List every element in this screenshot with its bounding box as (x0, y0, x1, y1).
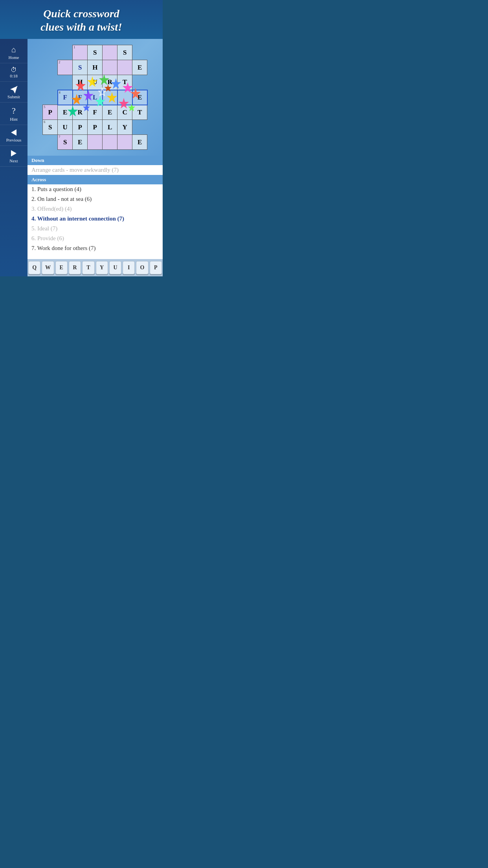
cell-blank (58, 45, 73, 60)
key-u[interactable]: U (109, 261, 121, 274)
key-o[interactable]: O (136, 261, 148, 274)
cell-r7c7[interactable]: E (132, 135, 147, 150)
timer-value: 0:18 (10, 74, 18, 78)
key-i[interactable]: I (123, 261, 135, 274)
cell-r5c1[interactable]: 5P (43, 105, 58, 120)
across-clue-6[interactable]: 6. Provide (6) (28, 234, 163, 243)
app-title: Quick crosswordclues with a twist! (4, 7, 159, 33)
key-r[interactable]: R (69, 261, 81, 274)
cell-r2c5[interactable] (103, 60, 117, 75)
cell-r1c3[interactable]: 1 (73, 45, 88, 60)
cell-r6c5[interactable]: L (103, 120, 117, 135)
cell-r7c2[interactable]: 7S (58, 135, 73, 150)
cell-blank (43, 135, 58, 150)
key-e[interactable]: E (55, 261, 68, 274)
cell-r6c4[interactable]: P (88, 120, 103, 135)
across-clue-4[interactable]: 4. Without an internet connection (7) (28, 214, 163, 224)
app-header: Quick crosswordclues with a twist! (0, 0, 163, 39)
hint-icon: ? (12, 106, 16, 116)
cell-r6c2[interactable]: U (58, 120, 73, 135)
crossword-grid[interactable]: 1 S S 2 S H (42, 45, 148, 150)
cell-r5c7[interactable]: T (132, 105, 147, 120)
cell-r7c3[interactable]: E (73, 135, 88, 150)
cell-r6c1[interactable]: 6S (43, 120, 58, 135)
across-clue-7[interactable]: 7. Work done for others (7) (28, 243, 163, 253)
sidebar-item-home[interactable]: ⌂ Home (0, 42, 28, 63)
cell-blank (43, 75, 58, 90)
previous-label: Previous (6, 138, 22, 142)
cell-r4c7[interactable]: E (132, 90, 147, 105)
svg-marker-1 (11, 150, 17, 156)
cell-r4c4[interactable]: L (88, 90, 103, 105)
svg-marker-0 (11, 129, 17, 136)
submit-icon (9, 85, 18, 94)
cell-blank (132, 120, 147, 135)
cell-r4c6[interactable] (117, 90, 132, 105)
home-label: Home (9, 55, 19, 60)
cell-r7c4[interactable] (88, 135, 103, 150)
right-panel: 1 S S 2 S H (28, 39, 163, 276)
grid-row-1: 1 S S (43, 45, 147, 60)
grid-row-2: 2 S H E (43, 60, 147, 75)
cell-r5c6[interactable]: C (117, 105, 132, 120)
cell-r3c5[interactable]: R (103, 75, 117, 90)
sidebar-item-next[interactable]: Next (0, 146, 28, 167)
cell-blank (43, 60, 58, 75)
grid-row-6: 6S U P P L Y (43, 120, 147, 135)
across-header: Across (28, 175, 163, 184)
key-w[interactable]: W (42, 261, 54, 274)
crossword-area: 1 S S 2 S H (28, 39, 163, 156)
key-p[interactable]: P (150, 261, 162, 274)
cell-r2c7[interactable]: E (132, 60, 147, 75)
sidebar-item-submit[interactable]: Submit (0, 82, 28, 103)
cell-r5c5[interactable]: E (103, 105, 117, 120)
grid-row-7: 7S E E (43, 135, 147, 150)
cell-r4c5[interactable] (103, 90, 117, 105)
grid-row-3: H U R T (43, 75, 147, 90)
cell-r5c2[interactable]: E (58, 105, 73, 120)
cell-r4c3[interactable]: F (73, 90, 88, 105)
cell-r1c5[interactable] (103, 45, 117, 60)
cell-r2c2[interactable]: 2 (58, 60, 73, 75)
cell-r4c2[interactable]: 4F (58, 90, 73, 105)
across-clue-3[interactable]: 3. Offend(ed) (4) (28, 204, 163, 214)
cell-r1c6[interactable]: S (117, 45, 132, 60)
sidebar-item-previous[interactable]: Previous (0, 125, 28, 146)
cell-blank (43, 90, 58, 105)
timer-icon: ⏱ (11, 66, 17, 74)
grid-row-5: 5P E R F E C T (43, 105, 147, 120)
cell-blank (132, 75, 147, 90)
key-q[interactable]: Q (28, 261, 40, 274)
sidebar-item-timer: ⏱ 0:18 (0, 63, 28, 82)
cell-r2c3[interactable]: S (73, 60, 88, 75)
previous-icon (9, 128, 18, 138)
cell-r2c4[interactable]: H (88, 60, 103, 75)
sidebar-item-hint[interactable]: ? Hint (0, 103, 28, 125)
cell-r2c6[interactable] (117, 60, 132, 75)
cell-r1c4[interactable]: S (88, 45, 103, 60)
across-clue-1[interactable]: 1. Puts a question (4) (28, 184, 163, 194)
key-y[interactable]: Y (96, 261, 108, 274)
keyboard: Q W E R T Y U I O P (28, 259, 163, 276)
cell-r6c3[interactable]: P (73, 120, 88, 135)
cell-blank (132, 45, 147, 60)
cell-r3c4[interactable]: U (88, 75, 103, 90)
cell-r3c6[interactable]: T (117, 75, 132, 90)
cell-r6c6[interactable]: Y (117, 120, 132, 135)
across-clue-5[interactable]: 5. Ideal (7) (28, 224, 163, 234)
cell-r5c4[interactable]: F (88, 105, 103, 120)
grid-row-4: 4F F L E (43, 90, 147, 105)
main-area: ⌂ Home ⏱ 0:18 Submit ? Hint (0, 39, 163, 276)
down-header: Down (28, 156, 163, 165)
home-icon: ⌂ (11, 45, 16, 54)
key-t[interactable]: T (82, 261, 94, 274)
cell-r7c6[interactable] (117, 135, 132, 150)
cell-r5c3[interactable]: R (73, 105, 88, 120)
down-clue-inactive[interactable]: Arrange cards - move awkwardly (7) (28, 165, 163, 175)
crossword-grid-wrapper: 1 S S 2 S H (31, 43, 159, 152)
submit-label: Submit (7, 94, 20, 99)
cell-r3c3[interactable]: H (73, 75, 88, 90)
cell-r7c5[interactable] (103, 135, 117, 150)
hint-label: Hint (10, 117, 18, 121)
across-clue-2[interactable]: 2. On land - not at sea (6) (28, 194, 163, 204)
